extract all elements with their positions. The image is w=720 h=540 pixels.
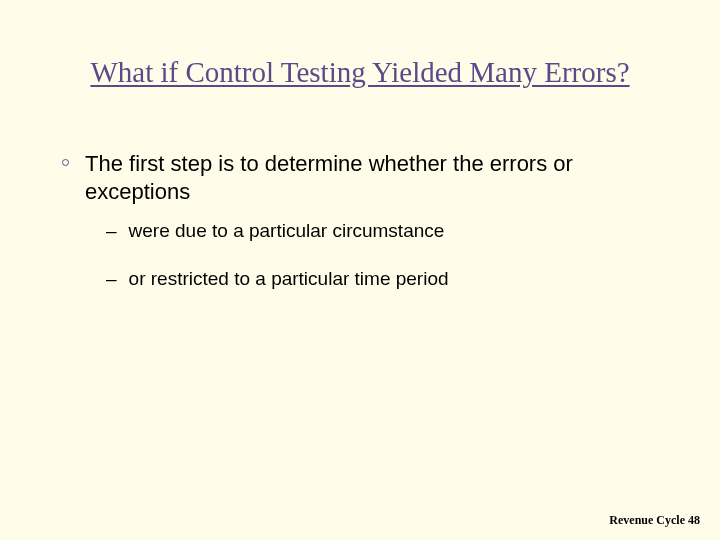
slide-body: The first step is to determine whether t… — [62, 150, 660, 315]
dash-icon: – — [106, 267, 117, 291]
bullet-item: The first step is to determine whether t… — [62, 150, 660, 205]
sub-bullet-list: – were due to a particular circumstance … — [106, 219, 660, 291]
bullet-icon — [62, 159, 69, 166]
sub-bullet-item: – or restricted to a particular time per… — [106, 267, 660, 291]
sub-bullet-text: were due to a particular circumstance — [129, 219, 445, 243]
bullet-text: The first step is to determine whether t… — [85, 150, 660, 205]
sub-bullet-item: – were due to a particular circumstance — [106, 219, 660, 243]
dash-icon: – — [106, 219, 117, 243]
slide-title: What if Control Testing Yielded Many Err… — [0, 56, 720, 89]
slide-footer: Revenue Cycle 48 — [609, 513, 700, 528]
slide: What if Control Testing Yielded Many Err… — [0, 0, 720, 540]
sub-bullet-text: or restricted to a particular time perio… — [129, 267, 449, 291]
